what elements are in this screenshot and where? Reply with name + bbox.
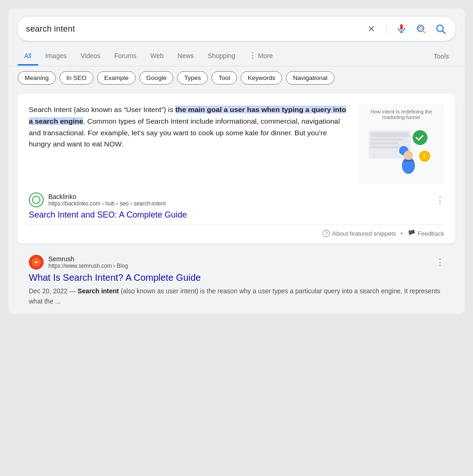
chip-example[interactable]: Example: [97, 71, 136, 85]
chip-tool[interactable]: Tool: [211, 71, 237, 85]
result-menu-icon[interactable]: ⋮: [436, 257, 444, 267]
svg-rect-11: [371, 142, 399, 145]
tab-news[interactable]: News: [171, 47, 200, 66]
tab-images[interactable]: Images: [39, 47, 73, 66]
tab-all[interactable]: All: [18, 47, 38, 66]
chip-keywords[interactable]: Keywords: [241, 71, 282, 85]
clear-button[interactable]: ✕: [365, 22, 378, 35]
result-title[interactable]: What Is Search Intent? A Complete Guide: [29, 271, 444, 284]
svg-rect-9: [371, 132, 409, 137]
snippet-image-graphic: !: [364, 124, 439, 179]
more-dots-icon: ⋮: [249, 51, 256, 60]
snippet-image[interactable]: How intent is redefining the marketing f…: [358, 104, 444, 184]
tab-more[interactable]: ⋮ More: [243, 46, 279, 66]
search-bar-container: search intent ✕: [8, 8, 465, 46]
svg-rect-12: [371, 146, 401, 148]
feedback-button[interactable]: 🏴 Feedback: [407, 230, 444, 237]
feedback-icon: 🏴: [407, 230, 415, 237]
snippet-text-before: Search Intent (also known as “User Inten…: [29, 106, 175, 113]
result-keyword: Search intent: [78, 287, 119, 295]
backlinko-favicon-inner: [32, 196, 40, 204]
chip-meaning[interactable]: Meaning: [18, 71, 56, 85]
tab-forums[interactable]: Forums: [108, 47, 143, 66]
semrush-icon-svg: [32, 258, 40, 266]
svg-point-18: [404, 151, 413, 160]
result-source-name: Semrush: [48, 255, 431, 263]
snippet-content: Search Intent (also known as “User Inten…: [29, 104, 444, 184]
about-snippets-button[interactable]: ? About featured snippets: [322, 230, 396, 237]
result-date: Dec 20, 2022: [29, 287, 67, 295]
svg-line-6: [443, 31, 446, 34]
semrush-favicon: [29, 255, 44, 270]
x-icon: ✕: [368, 23, 375, 34]
search-icons: ✕: [365, 22, 447, 35]
nav-tabs: All Images Videos Forums Web News Shoppi…: [8, 46, 465, 66]
svg-rect-0: [400, 24, 403, 30]
search-bar: search intent ✕: [18, 17, 455, 41]
result-description: Dec 20, 2022 — Search intent (also known…: [29, 286, 444, 306]
search-query[interactable]: search intent: [26, 24, 360, 34]
svg-text:!: !: [423, 153, 425, 159]
tools-button[interactable]: Tools: [427, 48, 455, 65]
result-source-url: https://www.semrush.com › Blog: [48, 263, 431, 269]
chip-google[interactable]: Google: [139, 71, 174, 85]
svg-line-3: [423, 31, 425, 33]
tab-web[interactable]: Web: [144, 47, 171, 66]
snippet-footer: ? About featured snippets • 🏴 Feedback: [29, 225, 444, 237]
chip-types[interactable]: Types: [177, 71, 208, 85]
chip-navigational[interactable]: Navigational: [286, 71, 334, 85]
svg-point-4: [419, 27, 420, 28]
snippet-result-link[interactable]: Search Intent and SEO: A Complete Guide: [29, 210, 444, 220]
svg-rect-10: [371, 139, 403, 141]
snippet-image-caption: How intent is redefining the marketing f…: [363, 109, 440, 120]
chip-in-seo[interactable]: In SEO: [59, 71, 94, 85]
search-icon: [435, 23, 446, 34]
search-result-semrush: Semrush https://www.semrush.com › Blog ⋮…: [18, 248, 455, 311]
backlinko-favicon: [29, 192, 44, 207]
tab-videos[interactable]: Videos: [74, 47, 107, 66]
lens-button[interactable]: [414, 22, 427, 35]
mic-icon: [396, 23, 407, 34]
mic-button[interactable]: [395, 22, 408, 35]
dot-separator: •: [401, 230, 403, 237]
result-source-info: Semrush https://www.semrush.com › Blog: [48, 255, 431, 269]
search-button[interactable]: [434, 22, 447, 35]
snippet-source-row: Backlinko https://backlinko.com › hub › …: [29, 192, 444, 207]
featured-snippet: Search Intent (also known as “User Inten…: [18, 94, 455, 244]
source-menu-icon[interactable]: ⋮: [436, 195, 444, 205]
question-icon: ?: [322, 230, 330, 237]
svg-point-13: [413, 130, 427, 145]
lens-icon: [415, 23, 427, 34]
divider: [386, 23, 387, 34]
filter-chips: Meaning In SEO Example Google Types Tool…: [8, 66, 465, 89]
source-name: Backlinko: [48, 193, 431, 200]
source-url: https://backlinko.com › hub › seo › sear…: [48, 200, 431, 207]
tab-shopping[interactable]: Shopping: [201, 47, 242, 66]
result-source-row: Semrush https://www.semrush.com › Blog ⋮: [29, 255, 444, 270]
semrush-favicon-inner: [32, 258, 40, 266]
source-info: Backlinko https://backlinko.com › hub › …: [48, 193, 431, 207]
google-search-page: search intent ✕: [8, 8, 465, 314]
snippet-text: Search Intent (also known as “User Inten…: [29, 104, 349, 184]
